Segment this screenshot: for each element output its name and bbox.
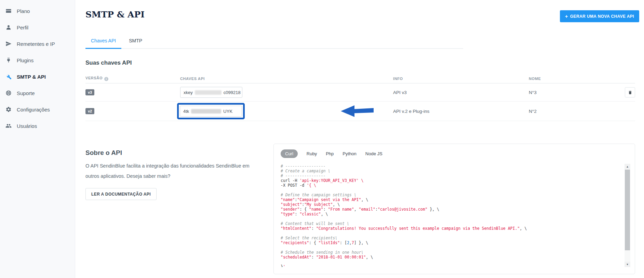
keys-section-title: Suas chaves API bbox=[85, 59, 132, 66]
version-badge: v2 bbox=[85, 108, 94, 114]
code-example-card: Curl Ruby Php Python Node JS # ---------… bbox=[273, 144, 635, 274]
sidebar-item-label: Plano bbox=[17, 8, 30, 14]
code-line: # Content that will be sent \ bbox=[281, 221, 621, 226]
sidebar-item-label: Usuários bbox=[17, 123, 37, 129]
sidebar-item-label: SMTP & API bbox=[17, 74, 46, 80]
users-icon bbox=[5, 123, 12, 129]
code-line: -X POST -d '{ \ bbox=[281, 183, 621, 188]
code-scrollbar[interactable]: ▲ ▼ bbox=[625, 164, 630, 267]
code-line: "name":"Campaign sent via the API", \ bbox=[281, 197, 621, 202]
code-tab-php[interactable]: Php bbox=[326, 151, 334, 156]
sidebar-item-label: Plugins bbox=[17, 57, 33, 63]
sidebar-item-label: Suporte bbox=[17, 90, 35, 96]
read-api-docs-button[interactable]: LER A DOCUMENTAÇÃO API bbox=[85, 188, 157, 200]
left-arrow-annotation bbox=[340, 104, 374, 118]
column-header-nome: NOME bbox=[529, 77, 615, 81]
tab-smtp[interactable]: SMTP bbox=[123, 35, 148, 48]
code-tab-python[interactable]: Python bbox=[343, 151, 356, 156]
generate-api-key-button[interactable]: + GERAR UMA NOVA CHAVE API bbox=[560, 10, 639, 22]
sidebar-item-suporte[interactable]: Suporte bbox=[0, 85, 75, 101]
redacted-key-segment bbox=[195, 90, 222, 95]
code-line: # Create a campaign \ bbox=[281, 169, 621, 173]
code-line: # ----------------- bbox=[281, 164, 621, 169]
version-badge: v3 bbox=[85, 89, 94, 95]
code-line: "subject":"My subject", \ bbox=[281, 202, 621, 207]
about-api-title: Sobre o API bbox=[85, 149, 122, 157]
code-language-tabs: Curl Ruby Php Python Node JS bbox=[281, 149, 383, 158]
paper-plane-icon bbox=[5, 41, 12, 47]
code-line: }' bbox=[281, 264, 621, 267]
code-line: "type": "classic", \ bbox=[281, 212, 621, 216]
key-name: N°3 bbox=[529, 90, 615, 95]
api-key-field-v3[interactable]: xkey c099218 bbox=[180, 87, 242, 98]
code-line bbox=[281, 216, 621, 221]
key-info: API v.2 e Plug-ins bbox=[393, 109, 529, 114]
code-line: # Define the campaign settings \ bbox=[281, 193, 621, 197]
section-tabs: Chaves API SMTP bbox=[85, 35, 463, 49]
column-header-chaves-api: CHAVES API bbox=[180, 77, 393, 81]
delete-key-button[interactable] bbox=[625, 87, 635, 97]
plus-icon: + bbox=[565, 14, 568, 19]
scrollbar-up-button[interactable]: ▲ bbox=[625, 164, 630, 169]
trash-icon bbox=[628, 90, 632, 95]
sidebar-item-configuracoes[interactable]: Configurações bbox=[0, 101, 75, 118]
highlight-annotation-box: 4tk UYK bbox=[177, 103, 245, 119]
tab-chaves-api[interactable]: Chaves API bbox=[85, 35, 121, 49]
about-api-text: O API SendinBlue facilita a integração d… bbox=[85, 161, 260, 181]
key-name: N°2 bbox=[529, 109, 615, 114]
code-line bbox=[281, 231, 621, 236]
code-line: # ----------------- bbox=[281, 173, 621, 178]
code-tab-curl[interactable]: Curl bbox=[281, 149, 298, 158]
code-line: "htmlContent": "Congratulations! You suc… bbox=[281, 226, 621, 231]
generate-api-key-label: GERAR UMA NOVA CHAVE API bbox=[570, 14, 634, 19]
code-line bbox=[281, 188, 621, 193]
sidebar-item-perfil[interactable]: Perfil bbox=[0, 19, 75, 36]
code-line: "sender": { "name": "From name", "email"… bbox=[281, 207, 621, 212]
sidebar-item-label: Remetentes e IP bbox=[17, 41, 55, 47]
sidebar-item-label: Perfil bbox=[17, 25, 28, 30]
code-tab-nodejs[interactable]: Node JS bbox=[365, 151, 383, 156]
table-row-v3: v3 xkey c099218 API v3 N°3 bbox=[85, 83, 635, 102]
code-line: # Select the recipients\ bbox=[281, 236, 621, 240]
key-info: API v3 bbox=[393, 90, 529, 95]
code-line: curl -H 'api-key:YOUR_API_V3_KEY' \ bbox=[281, 178, 621, 183]
smtp-api-page: Plano Perfil Remetentes e IP Plugins SMT… bbox=[0, 0, 644, 278]
sidebar-item-usuarios[interactable]: Usuários bbox=[0, 118, 75, 134]
gear-icon bbox=[5, 106, 12, 112]
plug-icon bbox=[5, 57, 12, 63]
code-block: # -----------------# Create a campaign \… bbox=[281, 164, 621, 267]
code-line: "scheduledAt": "2018-01-01 00:00:01", \ bbox=[281, 255, 621, 260]
scrollbar-thumb[interactable] bbox=[625, 170, 630, 250]
table-row-v2: v2 4tk UYK API v.2 e Plug-ins N°2 bbox=[85, 102, 635, 121]
page-title: SMTP & API bbox=[85, 10, 145, 19]
column-header-versao: VERSÃOi bbox=[85, 76, 180, 81]
column-header-info: INFO bbox=[393, 77, 529, 81]
redacted-key-segment bbox=[191, 109, 221, 114]
sidebar-item-plano[interactable]: Plano bbox=[0, 3, 75, 19]
api-keys-table: VERSÃOi CHAVES API INFO NOME v3 xkey c09… bbox=[85, 74, 635, 121]
life-ring-icon bbox=[5, 90, 12, 96]
credit-card-icon bbox=[5, 8, 12, 14]
info-icon[interactable]: i bbox=[104, 77, 108, 81]
settings-sidebar: Plano Perfil Remetentes e IP Plugins SMT… bbox=[0, 0, 75, 278]
api-key-field-v2[interactable]: 4tk UYK bbox=[180, 106, 242, 117]
sidebar-item-label: Configurações bbox=[17, 107, 50, 112]
code-line: # Schedule the sending in one hour\ bbox=[281, 250, 621, 255]
wrench-icon bbox=[5, 74, 12, 80]
code-line bbox=[281, 260, 621, 264]
sidebar-item-plugins[interactable]: Plugins bbox=[0, 52, 75, 68]
code-line bbox=[281, 245, 621, 250]
code-line: "recipients": { "listIds": [2,7] }, \ bbox=[281, 240, 621, 245]
table-header-row: VERSÃOi CHAVES API INFO NOME bbox=[85, 74, 635, 83]
scrollbar-down-button[interactable]: ▼ bbox=[625, 262, 630, 267]
sidebar-item-smtp-api[interactable]: SMTP & API bbox=[0, 68, 75, 85]
user-icon bbox=[5, 24, 12, 30]
code-tab-ruby[interactable]: Ruby bbox=[307, 151, 317, 156]
sidebar-item-remetentes[interactable]: Remetentes e IP bbox=[0, 36, 75, 52]
